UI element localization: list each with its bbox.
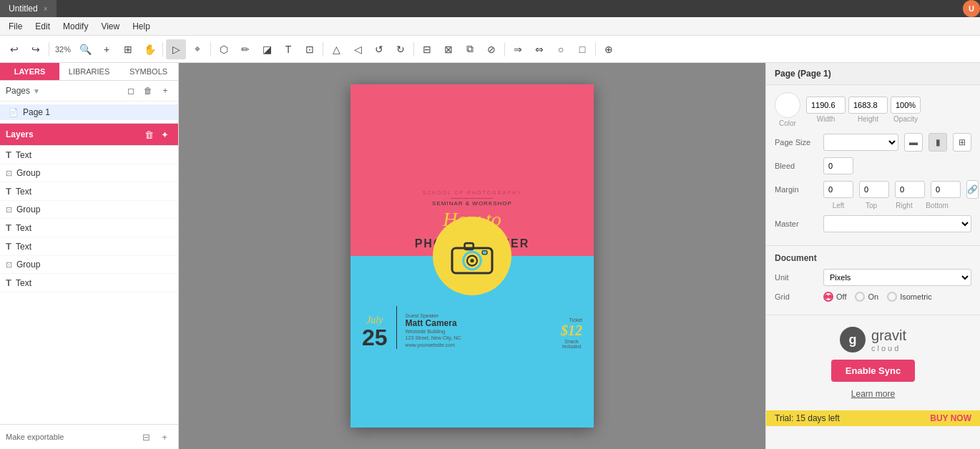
- margin-bottom-input[interactable]: [931, 181, 961, 198]
- circle-tool[interactable]: ○: [551, 39, 571, 59]
- path-tool[interactable]: ⇒: [508, 39, 528, 59]
- canvas-area[interactable]: SCHOOL OF PHOTOGRAPHY SEMINAR & WORKSHOP…: [179, 63, 765, 449]
- pan-button[interactable]: ✋: [139, 39, 160, 59]
- menu-modify[interactable]: Modify: [57, 20, 94, 33]
- align-tool[interactable]: ⊟: [417, 39, 437, 59]
- margin-top-input[interactable]: [859, 181, 889, 198]
- toolbar-separator-2: [162, 42, 163, 56]
- node-tool[interactable]: ⌖: [187, 39, 207, 59]
- grid-off-option[interactable]: Off: [823, 292, 846, 302]
- margin-left-label: Left: [823, 202, 853, 209]
- list-item[interactable]: ⊡ Group: [0, 256, 178, 274]
- pages-hide-button[interactable]: ◻: [124, 84, 138, 98]
- pen-tool[interactable]: ✏: [235, 39, 255, 59]
- shape-tool[interactable]: ⬡: [214, 39, 234, 59]
- color-swatch[interactable]: [775, 92, 800, 118]
- list-item[interactable]: T Text: [0, 182, 178, 201]
- transform-tool[interactable]: △: [326, 39, 346, 59]
- pages-add-button[interactable]: +: [158, 84, 172, 98]
- toolbar-separator-1: [49, 42, 49, 56]
- user-avatar[interactable]: U: [963, 0, 980, 17]
- grid-off-radio[interactable]: [823, 292, 833, 302]
- page-orientation-icon[interactable]: ⊞: [953, 133, 971, 152]
- learn-more-button[interactable]: Learn more: [851, 389, 895, 399]
- menu-file[interactable]: File: [3, 20, 28, 33]
- undo-button[interactable]: ↩: [4, 39, 24, 59]
- layer-name: Text: [16, 150, 31, 160]
- page-icon: 📄: [9, 108, 19, 117]
- rotate-cw-tool[interactable]: ↻: [391, 39, 411, 59]
- grid-on-option[interactable]: On: [855, 292, 878, 302]
- list-item[interactable]: T Text: [0, 219, 178, 237]
- margin-link-button[interactable]: 🔗: [966, 180, 979, 199]
- layer-name: Text: [16, 242, 31, 252]
- rect-tool[interactable]: □: [572, 39, 592, 59]
- zoom-button[interactable]: 🔍: [75, 39, 95, 59]
- list-item[interactable]: T Text: [0, 274, 178, 292]
- bleed-input[interactable]: [823, 157, 853, 174]
- top-bar: Untitled × U: [0, 0, 980, 17]
- grid-isometric-radio[interactable]: [887, 292, 897, 302]
- add-button[interactable]: +: [97, 39, 117, 59]
- pages-label: Pages: [6, 86, 30, 96]
- distribute-tool[interactable]: ⊠: [438, 39, 459, 59]
- pages-dropdown-icon[interactable]: ▼: [33, 87, 40, 95]
- margin-left-input[interactable]: [823, 181, 853, 198]
- combine-tool[interactable]: ⇔: [529, 39, 549, 59]
- opacity-input[interactable]: [891, 97, 921, 114]
- poster-speaker-section: Guest Speaker Matt Camera Westside Build…: [406, 313, 555, 349]
- list-item[interactable]: T Text: [0, 146, 178, 164]
- list-item[interactable]: ⊡ Group: [0, 164, 178, 182]
- page-orientation-landscape[interactable]: ▮: [928, 133, 947, 152]
- rotate-ccw-tool[interactable]: ↺: [369, 39, 389, 59]
- menu-help[interactable]: Help: [127, 20, 156, 33]
- gravit-name: gravit: [871, 327, 906, 344]
- tab-close-button[interactable]: ×: [44, 5, 48, 13]
- height-input[interactable]: [848, 97, 888, 114]
- export-code-button[interactable]: ⊟: [138, 429, 154, 445]
- pages-delete-button[interactable]: 🗑: [141, 84, 155, 98]
- menu-edit[interactable]: Edit: [29, 20, 56, 33]
- image-tool[interactable]: ⊡: [300, 39, 320, 59]
- grid-isometric-option[interactable]: Isometric: [887, 292, 932, 302]
- toolbar-separator-4: [323, 42, 323, 56]
- list-item[interactable]: ⊡ Group: [0, 201, 178, 219]
- menu-view[interactable]: View: [95, 20, 125, 33]
- enable-sync-button[interactable]: Enable Sync: [831, 360, 915, 382]
- master-label: Master: [775, 219, 818, 228]
- page-size-select[interactable]: [823, 134, 898, 151]
- layer-type-icon: T: [6, 222, 11, 233]
- select-tool[interactable]: ▷: [166, 39, 186, 59]
- width-input[interactable]: [806, 97, 846, 114]
- gravit-sub: cloud: [871, 344, 906, 352]
- grid-on-radio[interactable]: [855, 292, 865, 302]
- tab-layers[interactable]: LAYERS: [0, 63, 59, 80]
- flip-h-tool[interactable]: ◁: [348, 39, 368, 59]
- layers-title: Layers: [6, 129, 141, 139]
- bleed-row: Bleed: [775, 157, 971, 174]
- bool-tool[interactable]: ⊘: [481, 39, 501, 59]
- export-tool[interactable]: ⊕: [599, 39, 619, 59]
- tab-libraries[interactable]: LIBRARIES: [59, 63, 119, 80]
- export-add-button[interactable]: +: [157, 429, 172, 445]
- margin-right-input[interactable]: [895, 181, 925, 198]
- layer-type-icon: ⊡: [6, 205, 12, 214]
- page-orientation-portrait[interactable]: ▬: [904, 133, 923, 152]
- buy-now-button[interactable]: BUY NOW: [930, 413, 971, 423]
- grid-radio-group: Off On Isometric: [823, 292, 932, 302]
- active-tab[interactable]: Untitled ×: [0, 0, 57, 17]
- group-tool[interactable]: ⧉: [460, 39, 480, 59]
- redo-button[interactable]: ↪: [26, 39, 46, 59]
- fit-button[interactable]: ⊞: [118, 39, 138, 59]
- text-tool[interactable]: T: [278, 39, 298, 59]
- tab-symbols[interactable]: SYMBOLS: [119, 63, 178, 80]
- unit-select[interactable]: Pixels Inches Millimeters: [823, 269, 971, 286]
- zoom-display: 32%: [52, 45, 74, 54]
- layers-add-button[interactable]: ✦: [157, 127, 172, 142]
- paint-tool[interactable]: ◪: [257, 39, 277, 59]
- layers-delete-button[interactable]: 🗑: [141, 127, 157, 142]
- list-item[interactable]: T Text: [0, 237, 178, 256]
- margin-right-label: Right: [889, 202, 919, 209]
- page-item-1[interactable]: 📄 Page 1: [0, 104, 178, 120]
- master-select[interactable]: [823, 215, 971, 232]
